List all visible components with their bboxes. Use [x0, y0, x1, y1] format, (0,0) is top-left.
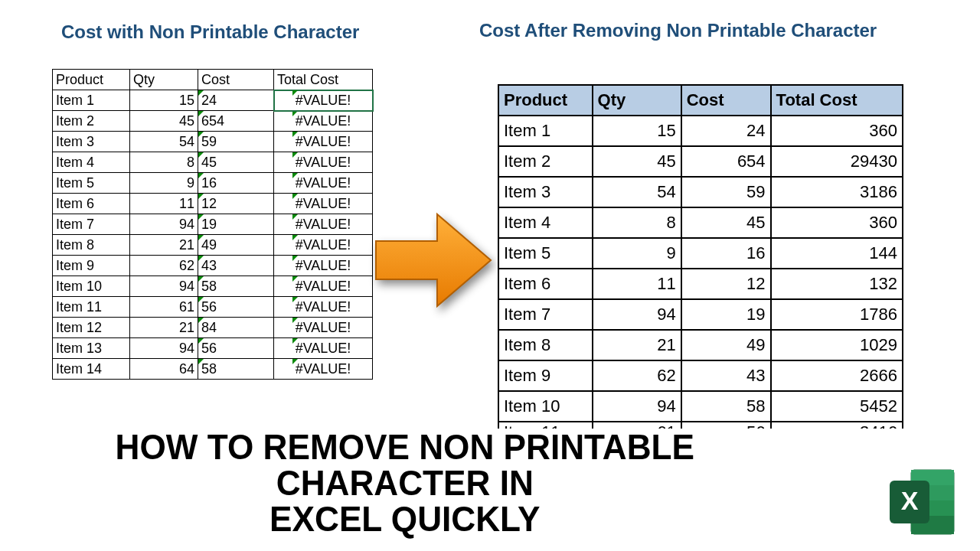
cell-total: 144 — [771, 238, 903, 269]
cell-qty: 54 — [130, 132, 198, 152]
cell-qty: 62 — [130, 256, 198, 276]
cell-product: Item 2 — [498, 146, 593, 177]
cell-qty: 94 — [593, 391, 681, 422]
col-header-cost: Cost — [198, 70, 274, 90]
cell-total: 1029 — [771, 330, 903, 360]
cell-cost: 12 — [198, 194, 274, 214]
cell-qty: 94 — [130, 214, 198, 235]
cell-total: #VALUE! — [274, 111, 373, 132]
cell-total: #VALUE! — [274, 256, 373, 276]
cell-total: #VALUE! — [274, 338, 373, 359]
cell-product: Item 3 — [498, 177, 593, 207]
cell-product: Item 2 — [53, 111, 130, 132]
cell-cost: 654 — [198, 111, 274, 132]
cell-product: Item 4 — [498, 207, 593, 238]
cell-cost: 16 — [681, 238, 771, 269]
cell-total: #VALUE! — [274, 194, 373, 214]
after-table-viewport: Product Qty Cost Total Cost Item 1152436… — [498, 84, 903, 429]
cell-cost: 24 — [681, 116, 771, 146]
cell-qty: 21 — [130, 318, 198, 338]
cell-qty: 11 — [130, 194, 198, 214]
svg-text:X: X — [901, 486, 919, 515]
table-row: Item 96243#VALUE! — [53, 256, 373, 276]
cell-cost: 56 — [198, 338, 274, 359]
cell-qty: 8 — [130, 152, 198, 173]
cell-product: Item 1 — [498, 116, 593, 146]
cell-total: 2666 — [771, 360, 903, 391]
caption-line-1: HOW TO REMOVE NON PRINTABLE CHARACTER IN — [116, 427, 694, 503]
cell-total: 29430 — [771, 146, 903, 177]
left-title: Cost with Non Printable Character — [61, 21, 359, 43]
cell-qty: 64 — [130, 359, 198, 380]
cell-qty: 11 — [593, 269, 681, 299]
cell-product: Item 1 — [53, 90, 130, 111]
table-row: Item 1094585452 — [498, 391, 903, 422]
cell-cost: 43 — [681, 360, 771, 391]
caption: HOW TO REMOVE NON PRINTABLE CHARACTER IN… — [15, 429, 795, 537]
col-header-product: Product — [498, 85, 593, 116]
cell-total: #VALUE! — [274, 152, 373, 173]
cell-qty: 61 — [130, 297, 198, 318]
cell-product: Item 14 — [53, 359, 130, 380]
table-row: Item 35459#VALUE! — [53, 132, 373, 152]
cell-total: 3186 — [771, 177, 903, 207]
cell-qty: 62 — [593, 360, 681, 391]
col-header-total: Total Cost — [771, 85, 903, 116]
table-row: Item 5916#VALUE! — [53, 173, 373, 194]
table-row: Item 4845#VALUE! — [53, 152, 373, 173]
cell-cost: 43 — [198, 256, 274, 276]
cell-cost: 58 — [198, 359, 274, 380]
cell-product: Item 6 — [53, 194, 130, 214]
cell-cost: 19 — [681, 299, 771, 330]
cell-cost: 49 — [681, 330, 771, 360]
cell-total: 5452 — [771, 391, 903, 422]
table-row: Item 794191786 — [498, 299, 903, 330]
cell-qty: 94 — [130, 338, 198, 359]
cell-total: 360 — [771, 116, 903, 146]
cell-qty: 8 — [593, 207, 681, 238]
cell-cost: 56 — [198, 297, 274, 318]
cell-product: Item 11 — [53, 297, 130, 318]
cell-product: Item 4 — [53, 152, 130, 173]
cell-total: #VALUE! — [274, 276, 373, 297]
cell-cost: 58 — [681, 391, 771, 422]
cell-product: Item 9 — [498, 360, 593, 391]
cell-cost: 19 — [198, 214, 274, 235]
table-row: Item 79419#VALUE! — [53, 214, 373, 235]
cell-qty: 94 — [593, 299, 681, 330]
col-header-cost: Cost — [681, 85, 771, 116]
cell-product: Item 5 — [498, 238, 593, 269]
cell-qty: 15 — [130, 90, 198, 111]
cell-total: #VALUE! — [274, 214, 373, 235]
cell-cost: 56 — [681, 422, 771, 429]
table-row: Item 4845360 — [498, 207, 903, 238]
table-row: Item 821491029 — [498, 330, 903, 360]
cell-qty: 45 — [593, 146, 681, 177]
cell-qty: 94 — [130, 276, 198, 297]
cell-product: Item 8 — [498, 330, 593, 360]
cell-cost: 49 — [198, 235, 274, 256]
arrow-icon — [372, 207, 495, 314]
cell-cost: 45 — [681, 207, 771, 238]
table-row: Item 354593186 — [498, 177, 903, 207]
cell-total: #VALUE! — [274, 318, 373, 338]
col-header-product: Product — [53, 70, 130, 90]
table-row: Item 82149#VALUE! — [53, 235, 373, 256]
table-row: Item 146458#VALUE! — [53, 359, 373, 380]
cell-total: 1786 — [771, 299, 903, 330]
cell-total: #VALUE! — [274, 235, 373, 256]
cell-cost: 16 — [198, 173, 274, 194]
cell-product: Item 6 — [498, 269, 593, 299]
cell-qty: 9 — [130, 173, 198, 194]
cell-product: Item 12 — [53, 318, 130, 338]
table-row: Item 116156#VALUE! — [53, 297, 373, 318]
cell-product: Item 7 — [498, 299, 593, 330]
cell-product: Item 8 — [53, 235, 130, 256]
cell-product: Item 13 — [53, 338, 130, 359]
cell-qty: 54 — [593, 177, 681, 207]
cell-qty: 9 — [593, 238, 681, 269]
cell-cost: 654 — [681, 146, 771, 177]
cell-cost: 45 — [198, 152, 274, 173]
cell-qty: 15 — [593, 116, 681, 146]
cell-cost: 58 — [198, 276, 274, 297]
